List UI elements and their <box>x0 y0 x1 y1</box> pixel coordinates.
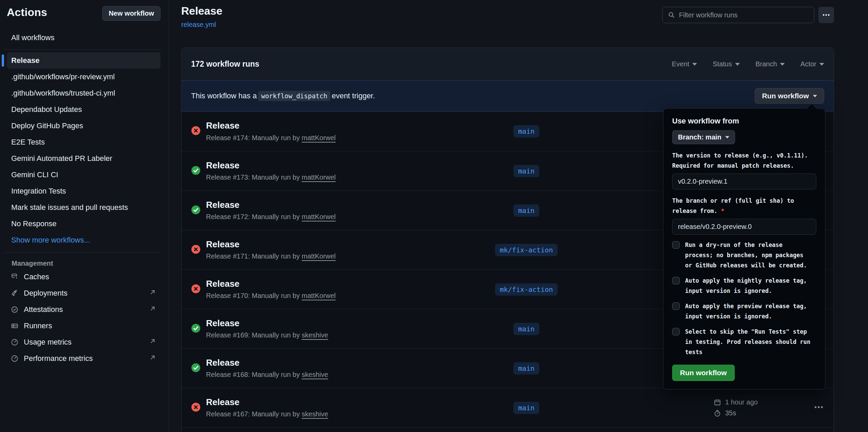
management-list: CachesDeploymentsAttestationsRunnersUsag… <box>7 269 160 367</box>
run-subtitle-text: Release #169: Manually run by <box>206 331 302 339</box>
branch-badge[interactable]: mk/fix-action <box>495 244 558 256</box>
checkbox[interactable] <box>672 328 680 335</box>
sidebar-item-workflow[interactable]: Gemini CLI CI <box>7 167 160 183</box>
run-subtitle-text: Release #168: Manually run by <box>206 371 302 378</box>
version-input[interactable] <box>672 173 816 189</box>
external-link-icon <box>149 337 156 347</box>
checkbox[interactable] <box>672 241 680 249</box>
run-title-link[interactable]: Release <box>206 358 239 368</box>
run-branch-cell: mk/fix-action <box>452 283 601 296</box>
sidebar-item-workflow[interactable]: E2E Tests <box>7 134 160 150</box>
banner-code: workflow_dispatch <box>258 91 330 101</box>
run-subtitle: Release #172: Manually run by mattKorwel <box>206 213 452 221</box>
run-meta: 1 hour ago35s <box>713 398 771 417</box>
sidebar-item-workflow[interactable]: Integration Tests <box>7 183 160 199</box>
run-main: ReleaseRelease #171: Manually run by mat… <box>206 239 452 261</box>
run-time: 1 hour ago <box>713 398 771 406</box>
run-subtitle: Release #173: Manually run by mattKorwel <box>206 173 452 181</box>
filter-branch[interactable]: Branch <box>755 60 785 68</box>
banner-text-after: event trigger. <box>332 92 375 100</box>
sidebar-item-performance-metrics[interactable]: Performance metrics <box>7 350 160 367</box>
management-heading: Management <box>12 260 160 267</box>
external-link-icon <box>149 354 156 363</box>
filter-status[interactable]: Status <box>713 60 740 68</box>
run-branch-cell: main <box>452 204 601 217</box>
run-title-link[interactable]: Release <box>206 200 239 210</box>
branch-badge[interactable]: main <box>513 402 539 414</box>
run-subtitle-text: Release #172: Manually run by <box>206 213 302 220</box>
run-workflow-submit-button[interactable]: Run workflow <box>672 365 735 381</box>
failure-status-icon <box>191 126 206 137</box>
sidebar-item-all-workflows[interactable]: All workflows <box>7 30 160 45</box>
run-actor-link[interactable]: mattKorwel <box>302 173 336 181</box>
run-workflow-dropdown-button[interactable]: Run workflow <box>755 88 824 104</box>
branch-badge[interactable]: main <box>513 125 539 137</box>
branch-badge[interactable]: mk/fix-action <box>495 283 558 296</box>
run-title-link[interactable]: Release <box>206 279 239 289</box>
sidebar-item-workflow[interactable]: Dependabot Updates <box>7 101 160 118</box>
run-actor-link[interactable]: mattKorwel <box>302 252 336 260</box>
run-options-kebab-button[interactable] <box>771 402 826 414</box>
branch-badge[interactable]: main <box>513 323 539 335</box>
run-subtitle: Release #169: Manually run by skeshive <box>206 331 452 339</box>
new-workflow-button[interactable]: New workflow <box>102 6 160 21</box>
filter-runs-input[interactable] <box>679 11 809 19</box>
run-actor-link[interactable]: mattKorwel <box>302 213 336 220</box>
sidebar-item-workflow[interactable]: Mark stale issues and pull requests <box>7 199 160 216</box>
panel-checkbox-row: Auto apply the preview release tag, inpu… <box>672 301 816 321</box>
run-title-link[interactable]: Release <box>206 397 239 407</box>
run-actor-link[interactable]: skeshive <box>302 371 328 378</box>
workflow-options-kebab-button[interactable] <box>818 7 834 23</box>
actions-sidebar: Actions New workflow All workflows Relea… <box>0 0 169 432</box>
checkbox[interactable] <box>672 302 680 310</box>
sidebar-item-attestations[interactable]: Attestations <box>7 301 160 318</box>
sidebar-item-deployments[interactable]: Deployments <box>7 285 160 301</box>
run-workflow-dropdown-label: Run workflow <box>762 92 809 100</box>
sidebar-item-workflow[interactable]: .github/workflows/trusted-ci.yml <box>7 85 160 101</box>
run-subtitle: Release #168: Manually run by skeshive <box>206 371 452 379</box>
sidebar-item-caches[interactable]: Caches <box>7 269 160 285</box>
workflow-file-link[interactable]: release.yml <box>181 21 216 29</box>
success-status-icon <box>191 323 206 334</box>
sidebar-item-workflow[interactable]: Release <box>7 52 160 69</box>
sidebar-item-label: Attestations <box>24 305 63 314</box>
sidebar-item-workflow[interactable]: Gemini Automated PR Labeler <box>7 150 160 167</box>
branch-select-label: Branch: main <box>678 133 721 141</box>
branch-badge[interactable]: main <box>513 165 539 177</box>
run-actor-link[interactable]: skeshive <box>302 410 328 418</box>
branch-badge[interactable]: main <box>513 204 539 217</box>
run-actor-link[interactable]: skeshive <box>302 331 328 339</box>
github-actions-page: Actions New workflow All workflows Relea… <box>0 0 868 432</box>
external-link-icon <box>149 288 156 298</box>
show-more-workflows-link[interactable]: Show more workflows... <box>7 232 160 248</box>
filter-actor[interactable]: Actor <box>800 60 824 68</box>
run-title-link[interactable]: Release <box>206 120 239 131</box>
branch-select-button[interactable]: Branch: main <box>672 130 735 144</box>
run-title-link[interactable]: Release <box>206 318 239 328</box>
ref-input[interactable] <box>672 219 816 235</box>
filter-label: Event <box>672 60 689 68</box>
header-controls <box>662 7 834 23</box>
sidebar-item-workflow[interactable]: No Response <box>7 216 160 232</box>
branch-badge[interactable]: main <box>513 362 539 375</box>
run-title-link[interactable]: Release <box>206 160 239 170</box>
rocket-icon <box>11 289 19 297</box>
filter-label: Branch <box>755 60 777 68</box>
run-title-link[interactable]: Release <box>206 239 239 249</box>
run-actor-link[interactable]: mattKorwel <box>302 134 336 142</box>
workflow-dispatch-banner: This workflow has aworkflow_dispatcheven… <box>182 80 834 112</box>
sidebar-item-workflow[interactable]: Deploy GitHub Pages <box>7 118 160 134</box>
success-status-icon <box>191 205 206 216</box>
run-branch-cell: main <box>452 362 601 375</box>
panel-checkbox-row: Auto apply the nightly release tag, inpu… <box>672 276 816 296</box>
run-branch-cell: main <box>452 125 601 137</box>
run-actor-link[interactable]: mattKorwel <box>302 292 336 299</box>
checkbox[interactable] <box>672 277 680 284</box>
sidebar-item-workflow[interactable]: .github/workflows/pr-review.yml <box>7 69 160 85</box>
sidebar-item-usage-metrics[interactable]: Usage metrics <box>7 334 160 350</box>
run-duration-label: 35s <box>725 409 736 417</box>
panel-checkbox-list: Run a dry-run of the release process; no… <box>672 240 816 357</box>
sidebar-item-runners[interactable]: Runners <box>7 318 160 334</box>
chevron-down-icon <box>819 63 824 66</box>
filter-event[interactable]: Event <box>672 60 697 68</box>
